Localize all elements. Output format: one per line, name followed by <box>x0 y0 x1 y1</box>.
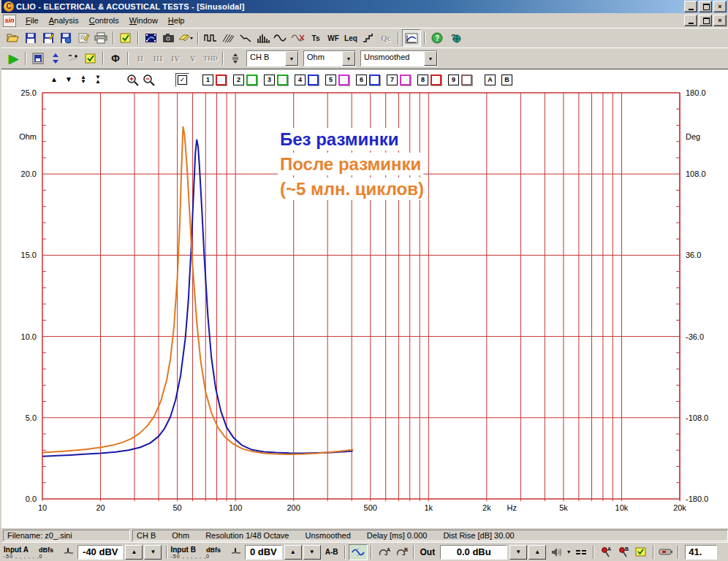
autosave-button[interactable] <box>29 50 47 66</box>
menu-help[interactable]: Help <box>163 15 190 26</box>
erase-dropdown-button[interactable] <box>177 30 194 46</box>
chevron-down-icon[interactable]: ▼ <box>565 549 572 554</box>
chevron-down-icon[interactable]: ▼ <box>424 51 437 66</box>
measurement-window-button[interactable] <box>402 29 421 47</box>
curve-5-button[interactable]: 5 <box>325 75 336 85</box>
minimize-button[interactable] <box>684 1 697 12</box>
print-button[interactable] <box>92 30 110 46</box>
mic-b-button[interactable]: B <box>615 545 632 560</box>
sinusoidal-doc-icon[interactable]: sin <box>3 15 16 27</box>
menu-controls[interactable]: Controls <box>84 15 124 26</box>
smoothing-combo[interactable]: Unsmoothed ▼ <box>360 50 438 66</box>
impedance-chart[interactable]: 1020501002005001k2k5k10k20kHz0.05.010.01… <box>1 69 728 528</box>
curve-3-color-checkbox[interactable] <box>277 75 288 85</box>
mic-a-button[interactable]: A <box>597 545 615 560</box>
unit-combo[interactable]: Ohm ▼ <box>303 50 356 66</box>
sinusoidal-button[interactable] <box>272 30 289 46</box>
film-capture-button[interactable] <box>142 30 159 46</box>
y-scale-button[interactable] <box>227 50 244 66</box>
expand-scale-button[interactable]: ▲▼ <box>76 75 91 84</box>
help-button[interactable]: ? <box>428 30 446 46</box>
menu-window[interactable]: Window <box>124 15 163 26</box>
harmonic-2-button[interactable]: II <box>132 50 149 66</box>
harmonic-4-button[interactable]: IV <box>167 50 184 66</box>
curve-9-button[interactable]: 9 <box>448 75 459 85</box>
overlay-a-button[interactable]: A <box>485 75 496 85</box>
mls-signal-button[interactable] <box>202 30 219 46</box>
ab-difference-label[interactable]: A-B <box>325 548 338 556</box>
input-b-down-button[interactable]: ▼ <box>303 545 321 560</box>
main-curve-checkbox[interactable]: ✓ <box>175 73 189 87</box>
phase-button[interactable]: Φ <box>107 50 124 66</box>
notes-button[interactable] <box>75 30 92 46</box>
input-b-up-button[interactable]: ▲ <box>284 545 302 560</box>
settings-check-button[interactable] <box>117 30 134 46</box>
input-a-up-button[interactable]: ▲ <box>125 545 143 560</box>
input-a-down-button[interactable]: ▼ <box>144 545 162 560</box>
generator-wave-button[interactable] <box>349 544 368 560</box>
curve-7-button[interactable]: 7 <box>387 75 398 85</box>
curve-1-color-checkbox[interactable] <box>216 75 227 85</box>
child-restore-button[interactable] <box>699 15 712 26</box>
camera-button[interactable] <box>159 30 177 46</box>
curve-6-color-checkbox[interactable] <box>369 75 380 85</box>
curve-4-button[interactable]: 4 <box>295 75 306 85</box>
loopback-b-button[interactable]: B <box>393 545 410 560</box>
curve-2-color-checkbox[interactable] <box>246 75 257 85</box>
decay-button[interactable] <box>237 30 254 46</box>
open-button[interactable] <box>4 30 22 46</box>
channel-combo[interactable]: CH B ▼ <box>246 50 299 66</box>
waterfall-button[interactable] <box>254 30 272 46</box>
calibration-button[interactable] <box>64 50 82 66</box>
sine-burst-button[interactable] <box>289 30 307 46</box>
restore-button[interactable] <box>699 1 712 12</box>
overlay-b-button[interactable]: B <box>501 75 512 85</box>
curve-5-color-checkbox[interactable] <box>338 75 349 85</box>
save-as-button[interactable] <box>39 30 57 46</box>
help-online-button[interactable]: ? <box>446 30 463 46</box>
thd-button[interactable]: THD <box>202 50 219 66</box>
menu-analysis[interactable]: Analysis <box>44 15 84 26</box>
steps-button[interactable] <box>360 30 377 46</box>
sin-settings-button[interactable] <box>82 50 99 66</box>
ts-parameters-button[interactable]: Ts <box>307 30 325 46</box>
leq-button[interactable]: Leq <box>342 30 360 46</box>
curve-8-button[interactable]: 8 <box>417 75 428 85</box>
out-down-button[interactable]: ▼ <box>509 545 527 560</box>
wf-button[interactable]: WF <box>325 30 342 46</box>
start-measurement-button[interactable]: ▶ <box>4 50 22 66</box>
curve-2-button[interactable]: 2 <box>233 75 244 85</box>
menu-file[interactable]: File <box>20 15 44 26</box>
shift-down-button[interactable]: ▼ <box>61 74 76 85</box>
curve-9-color-checkbox[interactable] <box>461 75 472 85</box>
save-button[interactable] <box>22 30 39 46</box>
notes-check-button[interactable] <box>632 545 650 560</box>
zoom-in-icon[interactable] <box>124 74 140 86</box>
loopback-a-button[interactable]: A <box>375 545 393 560</box>
harmonic-3-button[interactable]: III <box>149 50 167 66</box>
shift-up-button[interactable]: ▲ <box>47 74 61 85</box>
curve-4-color-checkbox[interactable] <box>308 75 319 85</box>
qc-button[interactable]: Qc <box>377 30 395 46</box>
curve-3-button[interactable]: 3 <box>264 75 275 85</box>
y-right-tick-label: -180.0 <box>686 495 708 503</box>
noise-button[interactable] <box>219 30 237 46</box>
chevron-down-icon[interactable]: ▼ <box>285 51 298 66</box>
dc-lines-icon[interactable] <box>572 545 590 560</box>
chevron-down-icon[interactable]: ▼ <box>342 51 355 66</box>
child-minimize-button[interactable] <box>684 15 697 26</box>
export-button[interactable] <box>57 30 75 46</box>
harmonic-5-button[interactable]: V <box>184 50 202 66</box>
compress-scale-button[interactable]: ▼▲ <box>91 75 105 84</box>
curve-6-button[interactable]: 6 <box>356 75 367 85</box>
out-up-button[interactable]: ▲ <box>528 545 546 560</box>
child-close-button[interactable]: × <box>713 15 727 26</box>
curve-1-button[interactable]: 1 <box>202 75 213 85</box>
close-button[interactable]: × <box>713 1 727 12</box>
speaker-icon[interactable] <box>547 545 565 560</box>
curve-8-color-checkbox[interactable] <box>431 75 441 85</box>
autoscale-button[interactable] <box>47 50 64 66</box>
battery-device-icon[interactable] <box>657 545 675 560</box>
zoom-out-icon[interactable] <box>140 74 156 86</box>
curve-7-color-checkbox[interactable] <box>400 75 411 85</box>
